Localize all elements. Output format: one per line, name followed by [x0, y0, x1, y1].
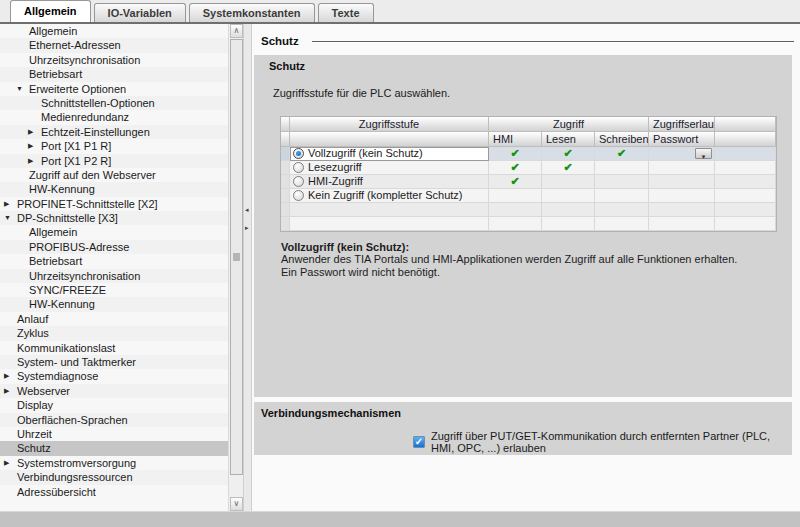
sidebar-item-label: Uhrzeitsynchronisation	[29, 54, 140, 66]
check-icon: ✔	[617, 147, 626, 159]
sidebar-item[interactable]: ▶Webserver	[0, 384, 228, 398]
chevron-down-icon[interactable]: ▼	[16, 82, 23, 97]
sidebar-item[interactable]: ▶Port [X1 P1 R]	[0, 139, 228, 153]
scroll-up-button[interactable]: ∧	[230, 24, 243, 38]
sidebar-item-label: Webserver	[17, 385, 70, 397]
sidebar-item[interactable]: Uhrzeitsynchronisation	[0, 269, 228, 283]
sidebar-item-label: Kommunikationslast	[17, 342, 115, 354]
radio-button[interactable]	[293, 162, 304, 173]
extra-cell	[715, 175, 776, 189]
sidebar-item[interactable]: Zyklus	[0, 326, 228, 340]
page-title: Schutz	[261, 35, 299, 47]
row-gutter-cell	[281, 175, 290, 189]
radio-button[interactable]	[293, 190, 304, 201]
row-gutter-cell	[281, 203, 290, 217]
access-level-cell[interactable]: Kein Zugriff (kompletter Schutz)	[290, 189, 489, 203]
chevron-right-icon[interactable]: ▶	[4, 197, 9, 212]
read-column-header: Lesen	[542, 132, 595, 147]
chevron-right-icon[interactable]: ▶	[28, 154, 33, 169]
sidebar-item[interactable]: Schnittstellen-Optionen	[0, 96, 228, 110]
sidebar-item[interactable]: Anlauf	[0, 312, 228, 326]
sidebar-item-label: Systemstromversorgung	[17, 457, 136, 469]
sidebar-item[interactable]: HW-Kennung	[0, 297, 228, 311]
scroll-down-button[interactable]: ∨	[230, 497, 243, 511]
collapse-right-icon[interactable]: ▸	[245, 224, 249, 232]
sidebar-item[interactable]: Schutz	[0, 441, 228, 455]
sidebar-item[interactable]: Oberflächen-Sprachen	[0, 413, 228, 427]
sidebar-item[interactable]: Betriebsart	[0, 254, 228, 268]
extra-cell	[715, 161, 776, 175]
sidebar-item-label: Medienredundanz	[41, 111, 129, 123]
sidebar-item[interactable]: Ethernet-Adressen	[0, 38, 228, 52]
sidebar-item[interactable]: HW-Kennung	[0, 182, 228, 196]
sidebar-item[interactable]: Zugriff auf den Webserver	[0, 168, 228, 182]
tab-texte[interactable]: Texte	[318, 3, 374, 22]
sidebar-item-label: PROFIBUS-Adresse	[29, 241, 129, 253]
tab-systemkonstanten[interactable]: Systemkonstanten	[189, 3, 315, 22]
sidebar-item-label: HW-Kennung	[29, 298, 95, 310]
write-cell	[595, 175, 649, 189]
sidebar-item[interactable]: ▶PROFINET-Schnittstelle [X2]	[0, 197, 228, 211]
sidebar-item-label: Erweiterte Optionen	[29, 83, 126, 95]
sidebar-item[interactable]: Betriebsart	[0, 67, 228, 81]
tab-allgemein[interactable]: Allgemein	[10, 0, 91, 22]
sidebar-item[interactable]: System- und Taktmerker	[0, 355, 228, 369]
description-line: Ein Passwort wird nicht benötigt.	[281, 266, 737, 278]
chevron-right-icon[interactable]: ▶	[4, 456, 9, 471]
radio-button[interactable]	[293, 176, 304, 187]
password-cell[interactable]: ▼	[649, 147, 715, 161]
tab-io-variablen[interactable]: IO-Variablen	[94, 3, 186, 22]
access-level-cell[interactable]: Lesezugriff	[290, 161, 489, 175]
sidebar-item-label: Zyklus	[17, 327, 49, 339]
chevron-right-icon[interactable]: ▶	[28, 125, 33, 140]
sidebar-item[interactable]: ▼DP-Schnittstelle [X3]	[0, 211, 228, 225]
sidebar-item[interactable]: ▶Echtzeit-Einstellungen	[0, 125, 228, 139]
sidebar-item[interactable]: Allgemein	[0, 225, 228, 239]
access-level-label: Kein Zugriff (kompletter Schutz)	[308, 189, 462, 202]
hmi-cell	[489, 203, 542, 217]
access-level-caption: Zugriffsstufe für die PLC auswählen.	[273, 87, 450, 99]
bottom-bar	[0, 511, 800, 527]
hmi-cell: ✔	[489, 175, 542, 189]
sidebar-item[interactable]: Kommunikationslast	[0, 341, 228, 355]
sidebar-item[interactable]: PROFIBUS-Adresse	[0, 240, 228, 254]
check-icon: ✔	[563, 161, 572, 173]
radio-button[interactable]	[293, 148, 304, 159]
chevron-right-icon[interactable]: ▶	[4, 369, 9, 384]
collapse-left-icon[interactable]: ◂	[245, 206, 249, 214]
sidebar-item[interactable]: Medienredundanz	[0, 110, 228, 124]
putget-checkbox[interactable]: ✓	[413, 436, 425, 448]
pane-splitter[interactable]: ◂ ▸	[243, 24, 252, 511]
sidebar-item[interactable]: Verbindungsressourcen	[0, 470, 228, 484]
permission-column-header: Zugriffserlau...	[649, 117, 715, 132]
sidebar-item[interactable]: Allgemein	[0, 24, 228, 38]
access-level-cell[interactable]: Vollzugriff (kein Schutz)	[290, 147, 489, 161]
hmi-column-header: HMI	[489, 132, 542, 147]
password-dropdown-button[interactable]: ▼	[695, 148, 712, 159]
chevron-right-icon[interactable]: ▶	[28, 139, 33, 154]
sidebar-item[interactable]: ▼Erweiterte Optionen	[0, 82, 228, 96]
password-column-header: Passwort	[649, 132, 715, 147]
sidebar-scrollbar[interactable]: ∧ ∨	[228, 24, 243, 511]
sidebar-item[interactable]: Adressübersicht	[0, 485, 228, 499]
sidebar-item[interactable]: Uhrzeitsynchronisation	[0, 53, 228, 67]
sidebar-item-label: Betriebsart	[29, 68, 82, 80]
sidebar-item-label: Verbindungsressourcen	[17, 471, 133, 483]
chevron-down-icon[interactable]: ▼	[4, 211, 11, 226]
sidebar-item[interactable]: Uhrzeit	[0, 427, 228, 441]
header-rule	[312, 41, 794, 42]
sidebar-item[interactable]: ▶Port [X1 P2 R]	[0, 154, 228, 168]
chevron-right-icon[interactable]: ▶	[4, 384, 9, 399]
sidebar-item-label: Schnittstellen-Optionen	[41, 97, 155, 109]
sidebar-item[interactable]: Display	[0, 398, 228, 412]
sidebar-item[interactable]: SYNC/FREEZE	[0, 283, 228, 297]
sidebar-item[interactable]: ▶Systemdiagnose	[0, 369, 228, 383]
empty-sub-header-cell	[290, 132, 489, 147]
access-level-cell[interactable]: HMI-Zugriff	[290, 175, 489, 189]
sidebar-item[interactable]: ▶Systemstromversorgung	[0, 456, 228, 470]
write-cell: ✔	[595, 147, 649, 161]
scrollbar-thumb[interactable]	[230, 39, 243, 475]
chevron-down-icon: ▼	[701, 153, 707, 161]
row-gutter-cell	[281, 217, 290, 231]
check-icon: ✔	[510, 161, 519, 173]
